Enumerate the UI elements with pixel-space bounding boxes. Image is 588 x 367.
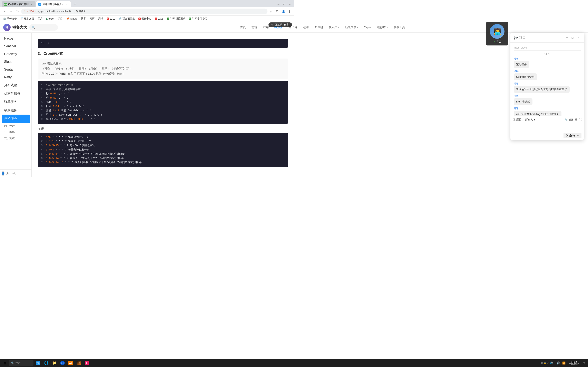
ex-text-7: 0 0/5 14,18 * * ? 每天2点到2:55期间和下午6点到6:55期…: [46, 160, 143, 165]
line-num-4: 4: [41, 96, 43, 100]
line-num-8: 8: [41, 113, 43, 117]
examples-title: 示例: [38, 126, 288, 131]
code-table-line-5: 5 小时 0-23 ，- * /: [41, 100, 285, 105]
bookmark-favicon-mock: E: [167, 17, 169, 20]
address-text: i.heyige.cn/cloud/comment.html#三、定时任务: [35, 9, 265, 13]
site-search-box[interactable]: 🔍: [29, 24, 58, 31]
tab-close-comment[interactable]: ×: [65, 3, 69, 6]
info-line-2: （秒数）（分钟）（小时）（日期）（月份）（星期）（年份(可为空)）: [42, 66, 285, 71]
sidebar-scrollbar[interactable]: [31, 49, 31, 90]
line-num-7: 7: [41, 109, 43, 113]
bookmark-2210[interactable]: S 2210: [105, 16, 117, 21]
ex-line-num-6: 6: [41, 156, 43, 161]
examples-code-block: 1 */5 * * * * ? 每隔5秒执行一次 2 0 */1 * * * ?…: [38, 133, 288, 167]
ex-line-num-1: 1: [41, 135, 43, 140]
section3-title: 3、Cron表达式: [38, 51, 288, 56]
sidebar-item-order[interactable]: 订单服务: [0, 98, 31, 106]
sidebar-item-comment[interactable]: 评论服务: [2, 115, 30, 123]
nav-home[interactable]: 首页: [238, 24, 248, 30]
ex-text-1: */5 * * * * ? 每隔5秒执行一次: [46, 135, 88, 140]
bookmark-blog[interactable]: 博客: [79, 16, 87, 21]
address-bar[interactable]: ⚠ 不安全 i.heyige.cn/cloud/comment.html#三、定…: [21, 8, 268, 14]
main-content: 13 } 3、Cron表达式 cron表达式格式： （秒数）（分钟）（小时）（日…: [32, 33, 294, 177]
tab-comment[interactable]: 稀 评论服务 | 稀客大大 ×: [36, 1, 71, 7]
bookmark-doc[interactable]: 📄 教学文档: [19, 16, 35, 21]
new-tab-button[interactable]: +: [72, 1, 78, 7]
bookmark-favicon-creation: S: [138, 17, 141, 20]
code-table-text-9: 年（可选） 留空，1970-2099 ，- * /: [46, 117, 95, 122]
menu-button[interactable]: ⋮: [287, 8, 292, 14]
sidebar-item-coupon[interactable]: 优惠券服务: [0, 90, 31, 98]
site-navigation: 首页 前端 后端 微服务 跨平台 运维 面试题 代码库↗ 新版文档↗ Yapi↗…: [61, 24, 294, 30]
tab-close-oa[interactable]: ×: [30, 3, 33, 6]
nav-frontend[interactable]: 前端: [249, 24, 260, 30]
example-line-2: 2 0 */1 * * * ? 每隔1分钟执行一次: [41, 139, 285, 143]
bookmark-project[interactable]: 项目: [56, 16, 64, 21]
sidebar-item-netty[interactable]: Netty: [0, 73, 31, 81]
toolbar-right-buttons: ☆ ⧉ 👤 ⋮: [268, 8, 292, 14]
bookmark-excel[interactable]: E excel: [44, 16, 56, 21]
sidebar-item-seata[interactable]: Seata: [0, 66, 31, 73]
mic-icon: 🎙: [271, 23, 274, 26]
sidebar-sub-design[interactable]: 四、设计: [0, 123, 31, 129]
tab-title-comment: 评论服务 | 稀客大大: [43, 3, 64, 6]
sidebar-sub-test[interactable]: 六、测试: [0, 135, 31, 141]
logo-avatar: 稀: [3, 24, 11, 31]
bookmark-favicon-2210: S: [107, 17, 109, 20]
ex-text-4: 0 0/3 * * * ? 每三分钟触发一次: [46, 148, 89, 152]
sidebar-user-input[interactable]: [6, 172, 32, 175]
line-num-6: 6: [41, 104, 43, 109]
sidebar-item-seckill[interactable]: 秒杀服务: [0, 106, 31, 115]
code-table-text-2: 字段 允许值 允许的特殊字符: [46, 87, 81, 92]
bookmark-weekly[interactable]: 周报: [96, 16, 105, 21]
sidebar: Nacos Sentinel Gateway Sleuth Seata Nett…: [0, 33, 32, 177]
tab-title-oa: OA系统 - 在线签到: [8, 3, 29, 6]
bookmark-qianfeng[interactable]: 🏢 千峰办公: [2, 16, 18, 21]
extensions-button[interactable]: ⧉: [274, 8, 280, 14]
voice-status-text: 正在讲: 稀客;: [275, 23, 290, 26]
line-num-2: 2: [41, 87, 43, 92]
bookmark-favicon-joint: 🔗: [119, 17, 122, 20]
code-table-text-6: 日期 1-31 ，- * ? / L W C: [46, 104, 84, 109]
sidebar-sub-coding[interactable]: 五、编码: [0, 129, 31, 135]
sidebar-item-distributed-lock[interactable]: 分布式锁: [0, 81, 31, 90]
site-header: 稀 稀客大大 🔍 首页 前端 后端 微服务 跨平台 运维 面试题 代码库↗ 新版…: [0, 22, 294, 33]
line-num-1: 1: [41, 83, 43, 87]
bookmark-favicon-gitlab: 🦊: [66, 17, 69, 20]
browser-chrome: OA OA系统 - 在线签到 × 稀 评论服务 | 稀客大大 × + ─ □ ×…: [0, 0, 294, 22]
profile-button[interactable]: 👤: [281, 8, 286, 14]
example-line-1: 1 */5 * * * * ? 每隔5秒执行一次: [41, 135, 285, 140]
forward-button[interactable]: →: [8, 8, 14, 14]
bookmark-tools[interactable]: 工具: [36, 16, 44, 21]
code-table-line-4: 4 分 0-59 ，- * /: [41, 96, 285, 100]
bookmark-2208[interactable]: S 2208: [153, 16, 165, 21]
site-logo[interactable]: 稀 稀客大大: [3, 24, 27, 31]
reload-button[interactable]: ↻: [15, 8, 20, 14]
bookmark-resume[interactable]: 简历: [88, 16, 96, 21]
window-controls: ─ □ ×: [276, 2, 292, 7]
close-window-button[interactable]: ×: [287, 2, 292, 7]
maximize-button[interactable]: □: [282, 2, 287, 7]
cron-table-code-block: 1 ### 每个字段的允许值 2 字段 允许值 允许的特殊字符 3 秒 0-59…: [38, 81, 288, 124]
line-num-5: 5: [41, 100, 43, 105]
tab-oa[interactable]: OA OA系统 - 在线签到 ×: [2, 1, 35, 7]
bookmark-creation[interactable]: S 创作中心: [137, 16, 153, 21]
back-button[interactable]: ←: [2, 8, 7, 14]
bookmark-star-button[interactable]: ☆: [268, 8, 274, 14]
sidebar-item-sentinel[interactable]: Sentinel: [0, 42, 31, 50]
sidebar-item-gateway[interactable]: Gateway: [0, 50, 31, 58]
code-table-line-8: 8 星期 1-7 或者 SUN-SAT ，- * ? / L C #: [41, 113, 285, 117]
sidebar-item-sleuth[interactable]: Sleuth: [0, 58, 31, 66]
voice-indicator: 🎙 正在讲: 稀客;: [268, 22, 292, 27]
tab-favicon-comment: 稀: [38, 3, 41, 6]
bookmark-joint[interactable]: 🔗 联合项目组: [117, 16, 136, 21]
sidebar-item-nacos[interactable]: Nacos: [0, 35, 31, 42]
code-table-line-9: 9 年（可选） 留空，1970-2099 ，- * /: [41, 117, 285, 122]
minimize-button[interactable]: ─: [276, 2, 281, 7]
bookmark-learning[interactable]: E 2210学习小组: [187, 16, 209, 21]
code-table-text-4: 分 0-59 ，- * /: [46, 96, 69, 100]
ex-line-num-4: 4: [41, 148, 43, 152]
bookmark-mock[interactable]: E 2210模拟面试: [165, 16, 187, 21]
bookmark-gitlab[interactable]: 🦊 GitLab: [65, 16, 79, 21]
ex-text-2: 0 */1 * * * ? 每隔1分钟执行一次: [46, 139, 91, 143]
